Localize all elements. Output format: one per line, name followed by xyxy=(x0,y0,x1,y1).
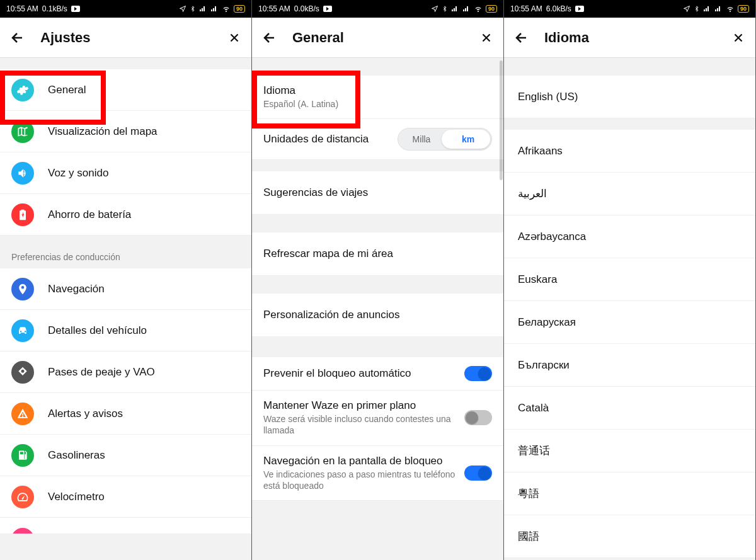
battery-icon: 90 xyxy=(738,5,749,13)
status-bar: 10:55 AM 0.1kB/s 90 xyxy=(0,0,251,18)
language-option[interactable]: Català xyxy=(504,387,755,430)
status-bar: 10:55 AM 0.0kB/s 90 xyxy=(252,0,503,18)
settings-row-sound[interactable]: Voz y sonido xyxy=(0,152,251,194)
header: Ajustes xyxy=(0,18,251,58)
settings-row-speedometer[interactable]: Velocímetro xyxy=(0,476,251,518)
toll-icon xyxy=(11,361,34,384)
signal-icon-2 xyxy=(210,5,219,13)
language-option[interactable]: Azərbaycanca xyxy=(504,215,755,258)
language-option[interactable]: 普通话 xyxy=(504,430,755,472)
signal-icon xyxy=(702,5,711,13)
gear-icon xyxy=(11,79,34,101)
phone-idioma: 10:55 AM 6.0kB/s 90 Idioma English (US) … xyxy=(504,0,756,560)
close-icon[interactable] xyxy=(731,31,745,45)
row-label: Ahorro de batería xyxy=(48,209,131,221)
setting-lock-nav[interactable]: Navegación en la pantalla de bloqueo Ve … xyxy=(252,446,503,501)
page-title: Idioma xyxy=(544,30,731,46)
page-title: General xyxy=(292,30,479,46)
settings-row-battery[interactable]: Ahorro de batería xyxy=(0,194,251,236)
phone-ajustes: 10:55 AM 0.1kB/s 90 Ajustes General xyxy=(0,0,252,560)
section-driving: Preferencias de conducción xyxy=(0,236,251,268)
distance-toggle[interactable]: Milla km xyxy=(398,128,492,151)
switch-prevent-lock[interactable] xyxy=(464,366,492,381)
header: Idioma xyxy=(504,18,755,58)
location-icon xyxy=(178,5,187,13)
row-label: Voz y sonido xyxy=(48,167,108,180)
back-icon[interactable] xyxy=(262,30,277,45)
setting-trip-suggestions[interactable]: Sugerencias de viajes xyxy=(252,171,503,215)
row-label: Navegación xyxy=(48,283,105,295)
map-icon xyxy=(11,120,34,143)
distance-opt-km[interactable]: km xyxy=(445,134,491,144)
switch-keep-foreground[interactable] xyxy=(464,410,492,425)
status-rate: 0.1kB/s xyxy=(42,4,67,13)
language-label: Idioma xyxy=(263,84,492,97)
wifi-icon xyxy=(725,5,735,13)
back-icon[interactable] xyxy=(10,30,25,45)
bluetooth-icon xyxy=(694,5,700,13)
alert-icon xyxy=(11,403,34,425)
close-icon[interactable] xyxy=(227,31,241,45)
switch-lock-nav[interactable] xyxy=(464,466,492,481)
distance-label: Unidades de distancia xyxy=(263,133,398,146)
signal-icon xyxy=(450,5,459,13)
setting-language[interactable]: Idioma Español (A. Latina) xyxy=(252,76,503,119)
label: Prevenir el bloqueo automático xyxy=(263,367,457,380)
settings-row-vehicle[interactable]: Detalles del vehículo xyxy=(0,310,251,351)
wifi-icon xyxy=(221,5,231,13)
status-bar: 10:55 AM 6.0kB/s 90 xyxy=(504,0,755,18)
settings-row-general[interactable]: General xyxy=(0,69,251,111)
row-label: Detalles del vehículo xyxy=(48,324,147,337)
language-option[interactable]: Euskara xyxy=(504,258,755,301)
row-label: General xyxy=(48,84,86,96)
settings-row-toll[interactable]: Pases de peaje y VAO xyxy=(0,351,251,393)
language-option[interactable]: 粵語 xyxy=(504,472,755,515)
page-title: Ajustes xyxy=(40,30,227,46)
sublabel: Ve indicaciones paso a paso mientras tu … xyxy=(263,469,457,491)
settings-row-alerts[interactable]: Alertas y avisos xyxy=(0,393,251,435)
bluetooth-icon xyxy=(442,5,448,13)
speedometer-icon xyxy=(11,486,34,508)
setting-prevent-lock[interactable]: Prevenir el bloqueo automático xyxy=(252,357,503,391)
row-label: Pases de peaje y VAO xyxy=(48,366,155,379)
setting-distance[interactable]: Unidades de distancia Milla km xyxy=(252,119,503,160)
status-time: 10:55 AM xyxy=(6,4,38,13)
youtube-icon xyxy=(71,6,80,12)
general-list: Idioma Español (A. Latina) Unidades de d… xyxy=(252,58,503,560)
settings-row-navigation[interactable]: Navegación xyxy=(0,268,251,310)
signal-icon-2 xyxy=(714,5,723,13)
settings-row-partial[interactable] xyxy=(0,518,251,534)
language-option[interactable]: 國語 xyxy=(504,515,755,558)
setting-ads[interactable]: Personalización de anuncios xyxy=(252,294,503,337)
location-icon xyxy=(430,5,439,13)
language-list: English (US) Afrikaans العربية Azərbayca… xyxy=(504,58,755,560)
battery-icon: 90 xyxy=(234,5,245,13)
language-option[interactable]: Български xyxy=(504,344,755,387)
back-icon[interactable] xyxy=(514,30,529,45)
setting-keep-foreground[interactable]: Mantener Waze en primer plano Waze será … xyxy=(252,391,503,445)
sublabel: Waze será visible incluso cuando contest… xyxy=(263,413,457,436)
wifi-icon xyxy=(473,5,483,13)
settings-list: General Visualización del mapa Voz y son… xyxy=(0,58,251,560)
setting-refresh-map[interactable]: Refrescar mapa de mi área xyxy=(252,232,503,276)
language-value: Español (A. Latina) xyxy=(263,98,492,110)
label: Navegación en la pantalla de bloqueo xyxy=(263,455,457,467)
status-time: 10:55 AM xyxy=(258,4,290,13)
settings-row-gas[interactable]: Gasolineras xyxy=(0,435,251,476)
distance-opt-mile[interactable]: Milla xyxy=(398,134,445,144)
settings-row-map[interactable]: Visualización del mapa xyxy=(0,111,251,152)
language-option[interactable]: العربية xyxy=(504,173,755,215)
header: General xyxy=(252,18,503,58)
language-option[interactable]: English (US) xyxy=(504,76,755,118)
battery-icon: 90 xyxy=(486,5,497,13)
row-label: Alertas y avisos xyxy=(48,408,123,420)
car-icon xyxy=(11,319,34,342)
language-option[interactable]: Беларуская xyxy=(504,301,755,344)
close-icon[interactable] xyxy=(479,31,493,45)
signal-icon-2 xyxy=(462,5,471,13)
location-icon xyxy=(682,5,691,13)
gas-icon xyxy=(11,444,34,467)
language-option[interactable]: Afrikaans xyxy=(504,130,755,173)
status-time: 10:55 AM xyxy=(510,4,542,13)
label: Refrescar mapa de mi área xyxy=(263,248,492,260)
